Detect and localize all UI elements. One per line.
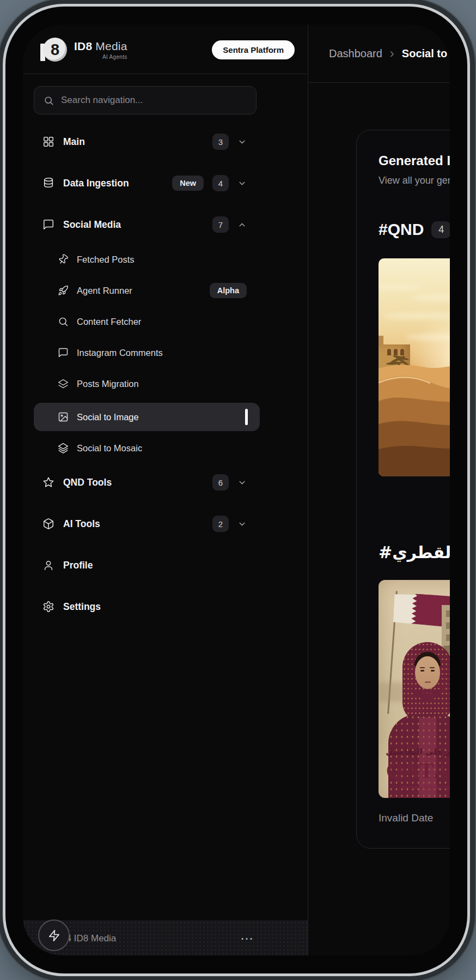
app-screen: 8 ID8 Media AI Agents Sentra Platform Se… (23, 25, 450, 955)
user-icon (42, 559, 54, 571)
sidebar-item-instagram-comments[interactable]: Instagram Comments (34, 341, 260, 365)
sidebar-item-data-ingestion[interactable]: Data Ingestion New 4 (34, 169, 260, 197)
breadcrumb-current: Social to Image (402, 47, 450, 60)
phone-frame: 8 ID8 Media AI Agents Sentra Platform Se… (3, 4, 470, 976)
search-icon (44, 95, 54, 106)
poster-qatar-title: QATAR (379, 758, 450, 783)
copyright-text: © 2024 ID8 Media (41, 933, 240, 944)
gear-icon (42, 601, 54, 613)
sidebar-item-content-fetcher[interactable]: Content Fetcher (34, 310, 260, 334)
sidebar-nav: Main 3 Data Ingestion New 4 (23, 114, 308, 634)
count-badge: 7 (212, 216, 229, 233)
generated-images-card: Generated Images View all your generated… (356, 130, 450, 849)
sidebar-item-ai-tools[interactable]: AI Tools 2 (34, 510, 260, 538)
count-badge: 3 (212, 134, 229, 150)
count-badge: 2 (212, 516, 229, 532)
sidebar-item-profile[interactable]: Profile (34, 551, 260, 579)
zap-icon (48, 929, 60, 942)
pin-icon (56, 252, 71, 267)
page-body: Generated Images View all your generated… (308, 83, 450, 955)
desert-scene-image[interactable] (379, 258, 450, 476)
main-content: Dashboard › Social to Image Generated Im… (308, 25, 450, 955)
layers-icon (58, 378, 69, 389)
chat-icon (58, 347, 69, 358)
hashtag-group-heading: #الزي_القطري (379, 543, 450, 562)
image-icon (58, 412, 69, 422)
sidebar: 8 ID8 Media AI Agents Sentra Platform Se… (23, 25, 308, 955)
grid-icon (42, 136, 54, 148)
card-subtitle: View all your generated images (379, 175, 450, 186)
alpha-badge: Alpha (210, 283, 247, 298)
sidebar-item-social-media[interactable]: Social Media 7 (34, 210, 260, 239)
chevron-down-icon (237, 519, 247, 529)
stack-icon (58, 443, 69, 453)
rocket-icon (58, 285, 69, 296)
poster-calligraphy: تقدير على التفاصيل (379, 747, 450, 757)
sidebar-item-fetched-posts[interactable]: Fetched Posts (34, 247, 260, 271)
active-caret-indicator (245, 409, 248, 425)
breadcrumb-root-link[interactable]: Dashboard (329, 47, 382, 60)
brand-tagline: AI Agents (74, 54, 127, 60)
poster-subtext: SHUKILEHVE. ID (379, 785, 450, 790)
chevron-down-icon (237, 137, 247, 147)
sidebar-item-qnd-tools[interactable]: QND Tools 6 (34, 468, 260, 497)
image-date-caption: Invalid Date (379, 812, 450, 824)
chevron-up-icon (237, 220, 247, 229)
new-badge: New (172, 176, 204, 191)
sidebar-item-agent-runner[interactable]: Agent Runner Alpha (34, 279, 260, 303)
card-title: Generated Images (379, 153, 450, 168)
hashtag-group-heading: #QND 4 (379, 220, 450, 239)
chat-icon (42, 219, 54, 231)
cube-icon (42, 518, 54, 530)
search-placeholder: Search navigation... (61, 95, 143, 106)
chevron-down-icon (237, 179, 247, 188)
platform-badge-button[interactable]: Sentra Platform (212, 40, 295, 59)
hashtag-count-badge: 4 (431, 221, 450, 238)
brand-name: ID8 Media AI Agents (74, 40, 127, 60)
sidebar-item-posts-migration[interactable]: Posts Migration (34, 372, 260, 396)
sidebar-item-main[interactable]: Main 3 (34, 128, 260, 156)
breadcrumb-separator: › (390, 46, 394, 61)
brand-header: 8 ID8 Media AI Agents Sentra Platform (23, 25, 308, 74)
breadcrumb: Dashboard › Social to Image (308, 25, 450, 83)
quick-action-button[interactable] (38, 919, 70, 951)
qatar-poster-image[interactable]: تقدير على التفاصيل QATAR SHUKILEHVE. ID (379, 580, 450, 798)
logo-circle: 8 (43, 38, 67, 62)
count-badge: 4 (212, 175, 229, 191)
hashtag-label: #QND (379, 220, 424, 239)
more-options-button[interactable]: ⋯ (240, 932, 253, 945)
hashtag-label-arabic: #الزي_القطري (379, 543, 450, 562)
brand-logo: 8 (40, 38, 67, 62)
star-icon (42, 476, 54, 488)
sidebar-item-social-to-image[interactable]: Social to Image (34, 403, 260, 431)
search-input[interactable]: Search navigation... (34, 86, 257, 114)
search-icon (58, 316, 69, 327)
sand-dunes (379, 258, 450, 476)
chevron-down-icon (237, 478, 247, 487)
sidebar-item-settings[interactable]: Settings (34, 592, 260, 621)
count-badge: 6 (212, 474, 229, 491)
database-icon (42, 177, 54, 189)
social-media-submenu: Fetched Posts Agent Runner Alpha Con (34, 247, 260, 460)
logo-eight-glyph: 8 (51, 42, 59, 58)
sidebar-item-social-to-mosaic[interactable]: Social to Mosaic (34, 436, 260, 460)
